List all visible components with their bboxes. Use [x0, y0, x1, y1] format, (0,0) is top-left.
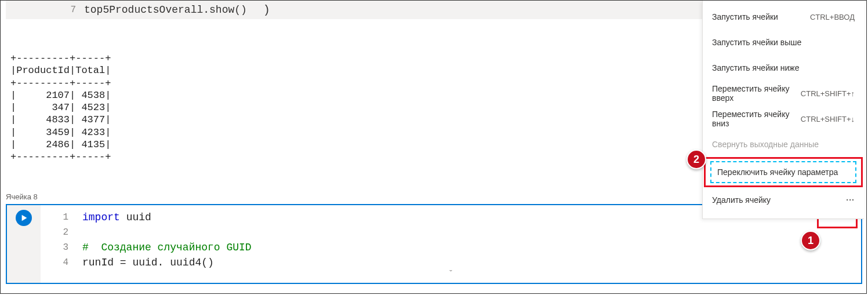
callout-badge-1: 1 — [801, 231, 820, 250]
run-button[interactable] — [16, 210, 32, 226]
menu-item-label: Запустить ячейки выше — [712, 38, 801, 47]
line-number: 7 — [6, 5, 84, 15]
menu-item-label: Переключить ячейку параметра — [717, 167, 838, 177]
code-line: 2 — [41, 225, 861, 240]
menu-item[interactable]: Запустить ячейки ниже — [703, 55, 864, 81]
code-text: import uuid — [82, 210, 151, 225]
callout-badge-2: 2 — [687, 150, 706, 169]
menu-item[interactable]: Запустить ячейкиCTRL+ВВОД — [703, 4, 864, 30]
menu-item[interactable]: Запустить ячейки выше — [703, 30, 864, 55]
menu-item-label: Запустить ячейки ниже — [712, 63, 800, 72]
chevron-down-icon[interactable]: ˇ — [448, 267, 453, 282]
code-text: # Создание случайного GUID — [82, 240, 252, 255]
code-line: 3# Создание случайного GUID — [41, 240, 861, 255]
menu-item-label: Переместить ячейку вверх — [712, 84, 796, 103]
line-number: 4 — [41, 255, 82, 270]
menu-item-shortcut: CTRL+ВВОД — [810, 13, 855, 21]
menu-item-label: Удалить ячейку — [712, 195, 771, 205]
menu-item[interactable]: Переместить ячейку внизCTRL+SHIFT+↓ — [703, 106, 864, 132]
menu-item-label: Запустить ячейки — [712, 12, 778, 21]
menu-item-shortcut: CTRL+SHIFT+↑ — [801, 89, 855, 98]
menu-item[interactable]: Переместить ячейку вверхCTRL+SHIFT+↑ — [703, 81, 864, 106]
menu-item-label: Свернуть выходные данные — [712, 140, 819, 149]
play-icon — [20, 214, 28, 222]
code-paren: ) — [263, 3, 270, 17]
code-text: runId = uuid. uuid4() — [82, 255, 214, 270]
cell-label: Ячейка 8 — [6, 192, 38, 201]
menu-item-shortcut: CTRL+SHIFT+↓ — [801, 115, 855, 123]
menu-item-highlight: Переключить ячейку параметра — [704, 157, 863, 187]
cell-output: +---------+-----+ |ProductId|Total| +---… — [10, 52, 111, 163]
cell-gutter — [7, 205, 41, 283]
menu-item[interactable]: Удалить ячейку··· — [703, 187, 864, 213]
menu-item-label: Переместить ячейку вниз — [712, 110, 796, 128]
line-number: 1 — [41, 210, 82, 225]
ellipsis-icon: ··· — [846, 195, 855, 205]
context-menu: Запустить ячейкиCTRL+ВВОДЗапустить ячейк… — [702, 1, 864, 219]
code-text: top5ProductsOverall.show() — [84, 4, 247, 16]
menu-item[interactable]: Переключить ячейку параметра — [710, 161, 856, 183]
line-number: 3 — [41, 240, 82, 255]
line-number: 2 — [41, 225, 82, 240]
menu-item: Свернуть выходные данные — [703, 132, 864, 157]
